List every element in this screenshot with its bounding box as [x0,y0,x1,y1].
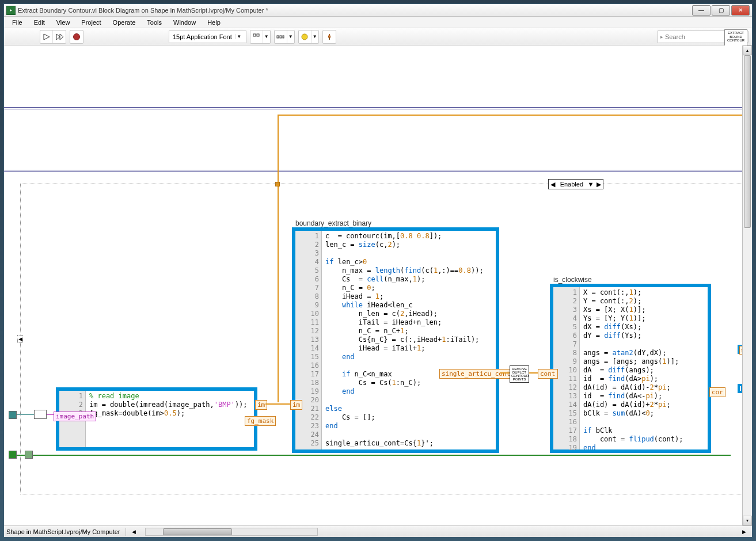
svg-rect-0 [253,34,256,36]
unbundle-node[interactable] [34,410,47,419]
wire [4,107,742,108]
abort-icon [73,33,80,40]
structure-left-arrow[interactable]: ◀ [17,335,23,343]
search-box[interactable]: ▸ [658,31,732,43]
window-controls: — ▢ ✕ [692,5,750,16]
reorder-button[interactable] [299,31,311,43]
vertical-scrollbar[interactable]: ▴ ▾ [742,45,752,525]
control-terminal[interactable] [9,411,17,419]
wire [4,170,742,170]
condition-dropdown-button[interactable]: ▼ [587,181,595,188]
statusbar: Shape in MathScript.lvproj/My Computer ◀… [4,525,752,537]
line-gutter: 1234567891011121314151617181920212223242… [295,231,322,449]
node-title: is_clockwise [553,276,592,284]
menu-operate[interactable]: Operate [107,18,142,27]
svg-rect-1 [257,34,259,36]
control-terminal[interactable] [9,451,17,459]
condition-label: Enabled [557,181,587,188]
wire [265,403,292,405]
wire [4,172,742,172]
titlebar: ▸ Extract Boundary Contour.vi Block Diag… [4,4,752,17]
search-arrow-icon: ▸ [660,34,663,40]
main-window: ▸ Extract Boundary Contour.vi Block Diag… [3,3,753,538]
output-terminal-cor[interactable]: cor [709,387,725,397]
toolbar: 15pt Application Font ▼ ▼ ▼ ▼ ▸ ? [4,28,752,45]
svg-rect-2 [277,36,279,38]
window-title: Extract Boundary Contour.vi Block Diagra… [18,7,692,14]
mathscript-node-is-clockwise[interactable]: is_clockwise 123456789101112131415161718… [550,284,711,453]
minimize-button[interactable]: — [692,5,711,16]
condition-selector[interactable]: ◀ Enabled ▼ ▶ [548,179,603,189]
menu-file[interactable]: File [6,18,28,27]
maximize-button[interactable]: ▢ [712,5,730,16]
block-diagram-canvas[interactable]: ◀ ◀ Enabled ▼ ▶ 123 % read image [4,45,752,525]
reorder-dropdown[interactable]: ▼ [311,31,318,43]
font-selector[interactable]: 15pt Application Font ▼ [169,31,246,43]
output-terminal-single-articu-cont[interactable]: single_articu_cont [439,369,512,379]
wire [4,109,742,109]
chevron-down-icon[interactable]: ▼ [235,34,242,39]
menubar: File Edit View Project Operate Tools Win… [4,17,752,28]
cleanup-button[interactable] [323,31,336,43]
menu-tools[interactable]: Tools [141,18,168,27]
next-case-button[interactable]: ▶ [595,181,603,188]
output-terminal-im[interactable]: im [255,400,267,410]
subvi-remove-duplicate-points[interactable]: REMOVE DUPLCT CONTOUR POINTS [510,365,529,383]
statusbar-path: Shape in MathScript.lvproj/My Computer [6,528,120,535]
code-editor[interactable]: c = contourc(im,[0.8 0.8]); len_c = size… [322,231,496,449]
horizontal-scrollbar[interactable] [145,528,318,536]
wire [17,455,731,456]
input-terminal-image-path[interactable]: image_path [54,412,96,421]
input-terminal-cont[interactable]: cont [538,369,558,379]
menu-window[interactable]: Window [168,18,202,27]
menu-project[interactable]: Project [75,18,107,27]
distribute-button[interactable] [275,31,287,43]
scrollbar-thumb[interactable] [744,55,751,228]
distribute-dropdown[interactable]: ▼ [287,31,294,43]
scroll-down-button[interactable]: ▾ [743,516,752,525]
menu-help[interactable]: Help [202,18,226,27]
svg-rect-3 [280,36,282,38]
app-icon: ▸ [6,6,16,15]
close-button[interactable]: ✕ [731,5,750,16]
svg-point-5 [302,34,307,40]
font-selector-label: 15pt Application Font [173,33,232,40]
tunnel[interactable] [25,451,33,459]
scroll-left-button[interactable]: ◀ [132,529,136,535]
wire [17,414,34,415]
code-editor[interactable]: X = cont(:,1); Y = cont(:,2); Xs = [X; X… [580,287,708,449]
scroll-right-button[interactable]: ▶ [742,529,746,535]
line-gutter: 12345678910111213141516171819 [553,287,580,449]
scroll-up-button[interactable]: ▴ [743,45,752,55]
wire [278,115,750,116]
run-continuous-button[interactable] [53,31,66,43]
prev-case-button[interactable]: ◀ [549,181,557,188]
align-button[interactable] [250,31,263,43]
output-terminal-fg-mask[interactable]: fg_mask [245,416,276,426]
svg-rect-6 [329,37,330,40]
menu-edit[interactable]: Edit [28,18,51,27]
menu-view[interactable]: View [51,18,76,27]
divider [126,528,126,536]
input-terminal-im[interactable]: im [290,400,302,410]
scrollbar-thumb[interactable] [163,528,232,535]
svg-rect-4 [283,36,284,38]
align-dropdown[interactable]: ▼ [263,31,270,43]
node-title: boundary_extract_binary [295,219,371,227]
abort-button[interactable] [70,31,83,43]
run-button[interactable] [40,31,53,43]
mathscript-node-boundary-extract[interactable]: boundary_extract_binary 1234567891011121… [292,227,499,453]
code-editor[interactable]: % read image im = double(imread(image_pa… [86,391,254,447]
